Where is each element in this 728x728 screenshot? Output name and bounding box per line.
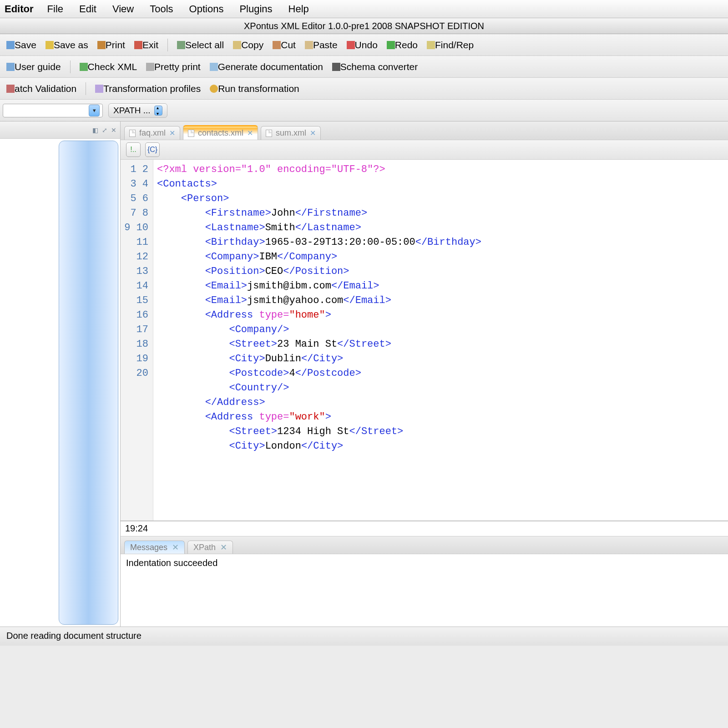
- outline-scrollbar[interactable]: [59, 141, 118, 625]
- code-editor[interactable]: 1 2 3 4 5 6 7 8 9 10 11 12 13 14 15 16 1…: [121, 160, 728, 521]
- bottom-tab-label: XPath: [193, 543, 216, 552]
- bottom-tabs: Messages✕XPath✕: [121, 536, 728, 554]
- exit-label: Exit: [142, 40, 158, 51]
- format-icon-button[interactable]: {C}: [145, 142, 160, 157]
- pretty-print-button[interactable]: Pretty print: [142, 60, 204, 74]
- menu-options[interactable]: Options: [189, 3, 224, 15]
- pretty-print-icon: [146, 63, 154, 71]
- redo-label: Redo: [395, 40, 418, 51]
- gen-doc-button[interactable]: Generate documentation: [206, 60, 327, 74]
- check-xml-label: Check XML: [88, 61, 137, 72]
- close-icon[interactable]: ✕: [247, 129, 253, 137]
- exit-button[interactable]: Exit: [131, 38, 162, 52]
- paste-icon: [305, 41, 313, 49]
- transform-profiles-button[interactable]: Transformation profiles: [91, 81, 204, 96]
- xpath-label: XPATH ...: [113, 106, 151, 116]
- schema-converter-button[interactable]: Schema converter: [329, 60, 421, 74]
- file-tab-label: sum.xml: [276, 128, 306, 138]
- editor-pane: faq.xml✕contacts.xml✕sum.xml✕ !.. {C} 1 …: [121, 121, 728, 627]
- messages-panel: Indentation succeeded: [121, 554, 728, 627]
- bottom-tab-xpath[interactable]: XPath✕: [187, 541, 233, 554]
- toolbar-main: Save Save as Print Exit Select all Copy …: [0, 34, 728, 56]
- collapse-icon[interactable]: ◧: [92, 126, 98, 134]
- print-button[interactable]: Print: [94, 38, 129, 52]
- bottom-tab-messages[interactable]: Messages✕: [124, 541, 185, 554]
- file-icon: [266, 130, 272, 137]
- menu-view[interactable]: View: [112, 3, 134, 15]
- schema-icon: [332, 63, 340, 71]
- run-icon: [210, 85, 218, 93]
- app-menu[interactable]: Editor: [5, 3, 34, 15]
- check-xml-button[interactable]: Check XML: [76, 60, 141, 74]
- editor-toolbar: !.. {C}: [121, 140, 728, 160]
- file-icon: [188, 130, 194, 137]
- separator: [86, 82, 86, 95]
- paste-label: Paste: [313, 40, 338, 51]
- undo-label: Undo: [355, 40, 378, 51]
- menu-plugins[interactable]: Plugins: [239, 3, 272, 15]
- save-icon: [6, 41, 15, 49]
- gen-doc-label: Generate documentation: [218, 61, 323, 72]
- cut-button[interactable]: Cut: [269, 38, 299, 52]
- menu-tools[interactable]: Tools: [150, 3, 173, 15]
- user-guide-label: User guide: [15, 61, 61, 72]
- file-tab-faq-xml[interactable]: faq.xml✕: [124, 126, 180, 140]
- find-icon: [427, 41, 435, 49]
- file-tab-label: contacts.xml: [198, 128, 243, 138]
- close-icon[interactable]: ✕: [172, 542, 179, 552]
- close-icon[interactable]: ✕: [111, 126, 116, 134]
- redo-icon: [387, 41, 395, 49]
- pretty-print-label: Pretty print: [154, 61, 201, 72]
- line-gutter: 1 2 3 4 5 6 7 8 9 10 11 12 13 14 15 16 1…: [121, 160, 153, 521]
- file-tab-contacts-xml[interactable]: contacts.xml✕: [183, 125, 258, 140]
- undo-button[interactable]: Undo: [343, 38, 381, 52]
- expand-icon[interactable]: ⤢: [102, 126, 107, 134]
- toolbar-transform: atch Validation Transformation profiles …: [0, 78, 728, 100]
- run-label: Run transformation: [218, 83, 299, 94]
- select-all-button[interactable]: Select all: [173, 38, 228, 52]
- chevron-down-icon: [89, 105, 100, 116]
- file-tabs: faq.xml✕contacts.xml✕sum.xml✕: [121, 121, 728, 140]
- find-button[interactable]: Find/Rep: [423, 38, 477, 52]
- menu-help[interactable]: Help: [288, 3, 309, 15]
- toolbar-xml: User guide Check XML Pretty print Genera…: [0, 56, 728, 78]
- copy-button[interactable]: Copy: [229, 38, 267, 52]
- menubar: Editor File Edit View Tools Options Plug…: [0, 0, 728, 18]
- profiles-label: Transformation profiles: [103, 83, 201, 94]
- bottom-tab-label: Messages: [130, 543, 167, 552]
- close-icon[interactable]: ✕: [220, 542, 227, 552]
- file-tab-sum-xml[interactable]: sum.xml✕: [261, 126, 321, 140]
- batch-icon: [6, 85, 15, 93]
- menu-file[interactable]: File: [47, 3, 63, 15]
- menu-edit[interactable]: Edit: [79, 3, 96, 15]
- save-as-button[interactable]: Save as: [42, 38, 92, 52]
- undo-icon: [347, 41, 355, 49]
- run-transform-button[interactable]: Run transformation: [206, 81, 303, 96]
- close-icon[interactable]: ✕: [310, 129, 316, 137]
- gen-doc-icon: [210, 63, 218, 71]
- validate-icon-button[interactable]: !..: [126, 142, 141, 157]
- file-icon: [129, 130, 136, 137]
- outline-pane: ◧ ⤢ ✕: [0, 121, 121, 627]
- stepper-icon: [154, 106, 162, 116]
- main-area: ◧ ⤢ ✕ faq.xml✕contacts.xml✕sum.xml✕ !.. …: [0, 121, 728, 627]
- paste-button[interactable]: Paste: [301, 38, 341, 52]
- xpath-selector[interactable]: XPATH ...: [108, 103, 167, 118]
- code-content[interactable]: <?xml version="1.0" encoding="UTF-8"?> <…: [153, 160, 728, 521]
- save-as-label: Save as: [54, 40, 88, 51]
- check-icon: [80, 63, 88, 71]
- close-icon[interactable]: ✕: [169, 129, 175, 137]
- file-selector-combo[interactable]: [3, 104, 103, 117]
- separator: [70, 61, 71, 73]
- profiles-icon: [95, 85, 103, 93]
- selector-row: XPATH ...: [0, 100, 728, 121]
- guide-icon: [6, 63, 15, 71]
- redo-button[interactable]: Redo: [383, 38, 421, 52]
- select-all-icon: [177, 41, 185, 49]
- select-all-label: Select all: [185, 40, 224, 51]
- batch-validation-button[interactable]: atch Validation: [3, 81, 80, 96]
- save-button[interactable]: Save: [3, 38, 40, 52]
- user-guide-button[interactable]: User guide: [3, 60, 65, 74]
- separator: [167, 39, 168, 51]
- cut-label: Cut: [281, 40, 296, 51]
